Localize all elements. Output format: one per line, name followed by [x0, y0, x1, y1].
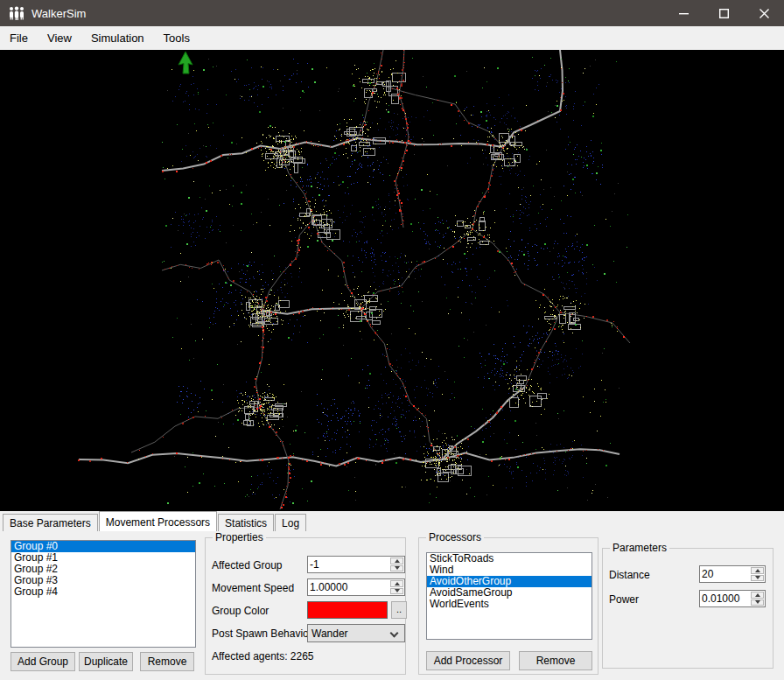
- remove-group-button[interactable]: Remove: [140, 652, 194, 671]
- movement-speed-input[interactable]: [310, 580, 389, 594]
- parameters-groupbox: Parameters Distance Power: [602, 548, 774, 669]
- add-group-button[interactable]: Add Group: [10, 652, 75, 671]
- menu-file[interactable]: File: [0, 27, 38, 49]
- map-canvas[interactable]: [0, 50, 784, 511]
- properties-title: Properties: [213, 531, 266, 543]
- up-arrow-icon: [395, 582, 400, 585]
- distance-spin-up[interactable]: [751, 567, 764, 574]
- group-color-swatch: [307, 601, 388, 619]
- affected-group-spin-up[interactable]: [390, 557, 403, 564]
- menu-bar: File View Simulation Tools: [0, 26, 784, 50]
- down-arrow-icon: [755, 576, 760, 579]
- maximize-button[interactable]: [704, 0, 744, 26]
- window-title: WalkerSim: [32, 7, 86, 20]
- tab-movement-processors[interactable]: Movement Processors: [99, 511, 217, 531]
- minimize-button[interactable]: [663, 0, 704, 26]
- group-color-label: Group Color: [212, 605, 269, 617]
- remove-processor-button[interactable]: Remove: [519, 651, 592, 670]
- parameters-title: Parameters: [610, 542, 669, 554]
- add-processor-button[interactable]: Add Processor: [426, 651, 510, 670]
- down-arrow-icon: [395, 589, 400, 592]
- tab-log[interactable]: Log: [275, 514, 306, 531]
- processor-list[interactable]: StickToRoads Wind AvoidOtherGroup AvoidS…: [426, 552, 592, 640]
- group-list-item[interactable]: Group #4: [11, 586, 195, 598]
- power-label: Power: [609, 593, 639, 606]
- menu-view[interactable]: View: [38, 27, 81, 49]
- movement-processors-page: Group #0 Group #1 Group #2 Group #3 Grou…: [0, 531, 784, 680]
- distance-input[interactable]: [702, 567, 750, 581]
- processors-title: Processors: [426, 531, 484, 543]
- simulation-map-view: [0, 50, 784, 511]
- movement-speed-spin-up[interactable]: [390, 580, 403, 587]
- tab-statistics[interactable]: Statistics: [218, 514, 274, 531]
- affected-agents-text: Affected agents: 2265: [212, 650, 314, 662]
- down-arrow-icon: [395, 566, 400, 570]
- group-list[interactable]: Group #0 Group #1 Group #2 Group #3 Grou…: [10, 540, 196, 648]
- post-spawn-value: Wander: [312, 627, 348, 640]
- properties-groupbox: Properties Affected Group Movement Speed: [205, 537, 406, 675]
- affected-group-input[interactable]: [310, 557, 389, 571]
- affected-group-label: Affected Group: [212, 559, 283, 571]
- power-spin-up[interactable]: [751, 592, 764, 599]
- affected-group-spin-down[interactable]: [390, 565, 403, 572]
- tab-base-parameters[interactable]: Base Parameters: [3, 514, 98, 531]
- chevron-down-icon: [390, 629, 399, 638]
- post-spawn-combobox[interactable]: Wander: [307, 624, 405, 642]
- bottom-panel: Base Parameters Movement Processors Stat…: [0, 511, 784, 680]
- menu-tools[interactable]: Tools: [154, 27, 200, 49]
- walkersim-window: WalkerSim File View Simulation Tools Bas…: [0, 0, 784, 680]
- post-spawn-label: Post Spawn Behavior: [212, 627, 312, 640]
- menu-simulation[interactable]: Simulation: [81, 27, 154, 49]
- movement-speed-label: Movement Speed: [212, 582, 294, 594]
- up-arrow-icon: [755, 569, 760, 572]
- distance-label: Distance: [609, 569, 650, 581]
- power-field[interactable]: [699, 590, 766, 607]
- close-button[interactable]: [744, 0, 784, 26]
- up-arrow-icon: [395, 559, 400, 563]
- group-color-picker-button[interactable]: ..: [391, 601, 407, 619]
- title-bar: WalkerSim: [0, 0, 784, 26]
- down-arrow-icon: [755, 600, 760, 604]
- distance-spin-down[interactable]: [751, 575, 764, 582]
- up-arrow-icon: [755, 593, 760, 597]
- power-input[interactable]: [702, 592, 750, 606]
- movement-speed-spin-down[interactable]: [390, 588, 403, 595]
- affected-group-field[interactable]: [307, 556, 405, 573]
- processor-list-item[interactable]: WorldEvents: [427, 599, 592, 610]
- tab-strip: Base Parameters Movement Processors Stat…: [3, 511, 307, 531]
- processors-groupbox: Processors StickToRoads Wind AvoidOtherG…: [418, 537, 598, 675]
- app-icon: [8, 6, 25, 20]
- distance-field[interactable]: [699, 565, 766, 583]
- movement-speed-field[interactable]: [307, 578, 405, 596]
- power-spin-down[interactable]: [751, 599, 764, 606]
- duplicate-group-button[interactable]: Duplicate: [79, 652, 133, 671]
